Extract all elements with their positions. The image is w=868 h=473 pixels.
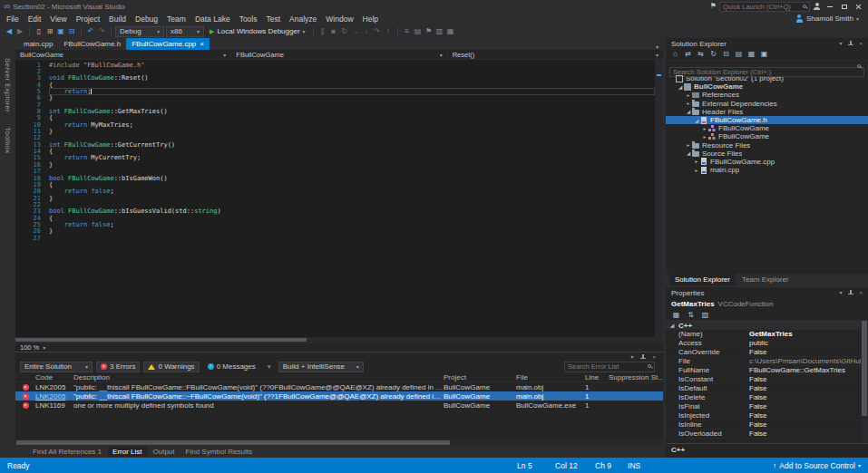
tab-fbullcowgame-h[interactable]: FBullCowGame.h — [58, 38, 126, 50]
property-canoverride[interactable]: CanOverrideFalse — [666, 348, 868, 357]
window-position-chevron-icon[interactable]: ▾ — [839, 41, 842, 46]
property-access[interactable]: Accesspublic — [666, 339, 868, 348]
save-icon[interactable]: ▣ — [55, 26, 66, 37]
tree-item-resource-files[interactable]: ▸Resource Files — [666, 141, 868, 150]
step-into-icon[interactable]: ↓ — [361, 26, 372, 37]
property-fullname[interactable]: FullNameFBullCowGame::GetMaxTries — [666, 366, 868, 375]
quick-launch-input[interactable] — [719, 2, 810, 12]
add-to-source-control-button[interactable]: ↑ Add to Source Control ▾ — [773, 461, 868, 470]
navigate-forward-icon[interactable]: ▶ — [15, 26, 25, 37]
menu-test[interactable]: Test — [261, 14, 285, 24]
property-pages-icon[interactable]: ▧ — [700, 310, 710, 321]
maximize-button[interactable] — [838, 2, 850, 12]
active-files-chevron-icon[interactable]: ▾ — [651, 43, 663, 50]
property-isinjected[interactable]: IsInjectedFalse — [666, 411, 868, 420]
pin-icon[interactable] — [639, 354, 646, 361]
home-icon[interactable]: ⌂ — [670, 49, 680, 60]
menu-analyze[interactable]: Analyze — [285, 14, 321, 24]
error-code[interactable]: LNK2005 — [35, 383, 73, 391]
refresh-icon[interactable]: ↻ — [708, 49, 718, 60]
zoom-level[interactable]: 100 % — [20, 343, 39, 352]
chevron-right-icon[interactable]: ▸ — [693, 159, 700, 164]
find-in-files-icon[interactable]: ▤ — [413, 26, 424, 37]
window-position-chevron-icon[interactable]: ▾ — [839, 290, 842, 295]
break-all-icon[interactable]: ∥ — [317, 26, 328, 37]
solution-configurations-dropdown[interactable]: Debug ▾ — [115, 26, 164, 37]
pane-tab-find-symbol-results[interactable]: Find Symbol Results — [181, 447, 257, 457]
menu-build[interactable]: Build — [104, 14, 131, 24]
properties-scrollbar[interactable] — [861, 321, 868, 443]
comment-icon[interactable]: ▥ — [434, 26, 445, 37]
scrollbar-thumb[interactable] — [16, 440, 450, 445]
chevron-down-icon[interactable]: ◢ — [693, 118, 700, 123]
editor-horizontal-scrollbar[interactable] — [15, 337, 663, 343]
tree-item-source-files[interactable]: ◢Source Files — [666, 150, 868, 158]
error-list-search-input[interactable] — [564, 362, 655, 372]
column-header-file[interactable]: File — [516, 373, 585, 381]
chevron-down-icon[interactable]: ◢ — [685, 109, 692, 114]
menu-file[interactable]: File — [2, 14, 24, 24]
chevron-right-icon[interactable]: ▸ — [685, 142, 692, 148]
type-dropdown[interactable]: FBullCowGame ▾ — [231, 50, 447, 59]
new-file-icon[interactable]: ▯ — [34, 26, 44, 37]
tab-fbullcowgame-cpp[interactable]: FBullCowGame.cpp× — [126, 38, 210, 50]
step-out-icon[interactable]: ↑ — [383, 26, 394, 37]
tree-item-main-cpp[interactable]: ▸main.cpp — [666, 166, 868, 174]
scrollbar-thumb[interactable] — [15, 338, 307, 342]
chevron-right-icon[interactable]: ▸ — [693, 168, 700, 173]
show-next-statement-icon[interactable]: → — [350, 26, 361, 37]
property-isinline[interactable]: IsInlineFalse — [666, 420, 868, 430]
pin-icon[interactable] — [847, 41, 853, 47]
menu-tools[interactable]: Tools — [235, 14, 262, 24]
properties-icon[interactable]: ▦ — [746, 49, 756, 60]
undo-icon[interactable]: ↶ — [85, 26, 96, 37]
member-dropdown[interactable]: Reset() ▾ — [448, 50, 663, 59]
error-code[interactable]: LNK2005 — [35, 392, 73, 401]
chevron-right-icon[interactable]: ▸ — [701, 134, 708, 140]
chevron-right-icon[interactable]: ▸ — [685, 92, 692, 98]
code-line-26[interactable]: 26} — [15, 228, 655, 235]
menu-project[interactable]: Project — [72, 14, 104, 24]
menu-debug[interactable]: Debug — [131, 14, 162, 24]
selected-object[interactable]: GetMaxTries VCCodeFunction — [666, 298, 868, 310]
sync-with-active-document-icon[interactable]: ⇆ — [696, 49, 706, 60]
menu-window[interactable]: Window — [321, 14, 357, 24]
error-list-horizontal-scrollbar[interactable] — [15, 439, 663, 446]
chevron-down-icon[interactable]: ◢ — [677, 84, 684, 90]
property-isoverloaded[interactable]: IsOverloadedFalse — [666, 430, 868, 439]
property-file[interactable]: Filec:\Users\Pmsan\Documents\GitHub — [666, 357, 868, 366]
scope-filter-dropdown[interactable]: Entire Solution ▾ — [20, 362, 93, 372]
alphabetical-icon[interactable]: ⇅ — [686, 310, 696, 321]
uncomment-icon[interactable]: ▦ — [445, 26, 456, 37]
restart-icon[interactable]: ↻ — [339, 26, 350, 37]
column-header-code[interactable]: Code — [35, 373, 73, 381]
column-header-suppression-st[interactable]: Suppression St... — [609, 373, 663, 381]
close-button[interactable] — [853, 2, 864, 12]
code-line-11[interactable]: 11} — [15, 128, 655, 134]
side-tab-server-explorer[interactable]: Server Explorer — [4, 58, 12, 112]
source-filter-dropdown[interactable]: Build + IntelliSense ▾ — [278, 362, 364, 372]
solution-explorer-search-input[interactable] — [669, 67, 864, 77]
close-icon[interactable]: × — [859, 41, 863, 46]
tree-item-external-dependencies[interactable]: ▸External Dependencies — [666, 100, 868, 108]
code-line-6[interactable]: 6} — [15, 95, 655, 101]
pin-icon[interactable] — [847, 290, 853, 296]
category-header[interactable]: ◢ C++ — [666, 321, 868, 330]
feedback-person-icon[interactable] — [813, 3, 821, 11]
project-dropdown[interactable]: BullCowGame ▾ — [15, 50, 231, 59]
minimize-button[interactable] — [824, 2, 835, 12]
tree-item-bullcowgame[interactable]: ◢BullCowGame — [666, 82, 868, 91]
error-row-1[interactable]: ×LNK2005"public: __thiscall FBullCowGame… — [15, 382, 663, 391]
navigate-back-icon[interactable]: ◀ — [4, 26, 15, 37]
messages-toggle[interactable]: i 0 Messages — [203, 362, 260, 372]
collapse-all-icon[interactable]: ⊟ — [721, 49, 731, 60]
property-isfinal[interactable]: IsFinalFalse — [666, 402, 868, 411]
start-debugging-button[interactable]: ▶ Local Windows Debugger ▾ — [206, 25, 309, 37]
warnings-toggle[interactable]: 0 Warnings — [143, 362, 199, 372]
close-icon[interactable]: × — [200, 41, 204, 48]
tab-main-cpp[interactable]: main.cpp — [18, 38, 58, 50]
property-name[interactable]: (Name)GetMaxTries — [666, 330, 868, 339]
tree-item-header-files[interactable]: ◢Header Files — [666, 108, 868, 116]
chevron-right-icon[interactable]: ▸ — [701, 126, 708, 131]
tree-item-fbullcowgame-h[interactable]: ◢FBullCowGame.h — [666, 116, 868, 124]
